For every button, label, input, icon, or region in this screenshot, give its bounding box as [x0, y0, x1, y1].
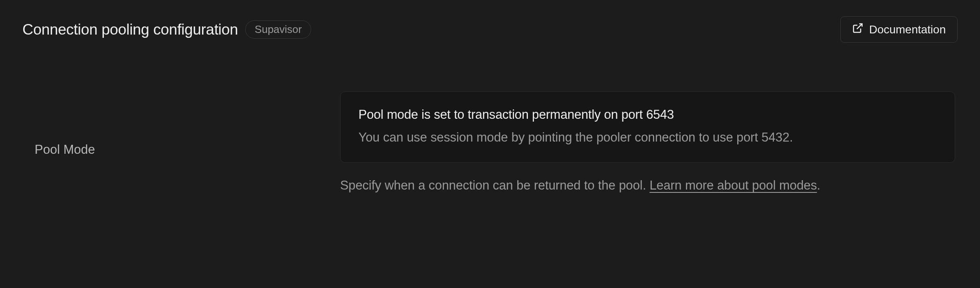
documentation-button[interactable]: Documentation: [840, 16, 958, 43]
page-title: Connection pooling configuration: [22, 21, 238, 38]
header-left: Connection pooling configuration Supavis…: [22, 20, 311, 39]
supavisor-badge: Supavisor: [245, 20, 311, 39]
learn-more-link[interactable]: Learn more about pool modes: [650, 178, 817, 192]
pool-mode-info-box: Pool mode is set to transaction permanen…: [340, 92, 955, 163]
help-suffix: .: [817, 178, 821, 192]
info-description: You can use session mode by pointing the…: [358, 129, 937, 147]
documentation-label: Documentation: [869, 23, 946, 36]
header-row: Connection pooling configuration Supavis…: [22, 16, 958, 43]
pool-mode-content: Pool mode is set to transaction permanen…: [340, 92, 955, 195]
pool-mode-label: Pool Mode: [22, 92, 340, 157]
external-link-icon: [852, 22, 864, 37]
svg-line-0: [857, 24, 862, 29]
help-text: Specify when a connection can be returne…: [340, 177, 955, 195]
content-row: Pool Mode Pool mode is set to transactio…: [22, 92, 958, 195]
help-prefix: Specify when a connection can be returne…: [340, 178, 650, 192]
info-title: Pool mode is set to transaction permanen…: [358, 107, 937, 122]
